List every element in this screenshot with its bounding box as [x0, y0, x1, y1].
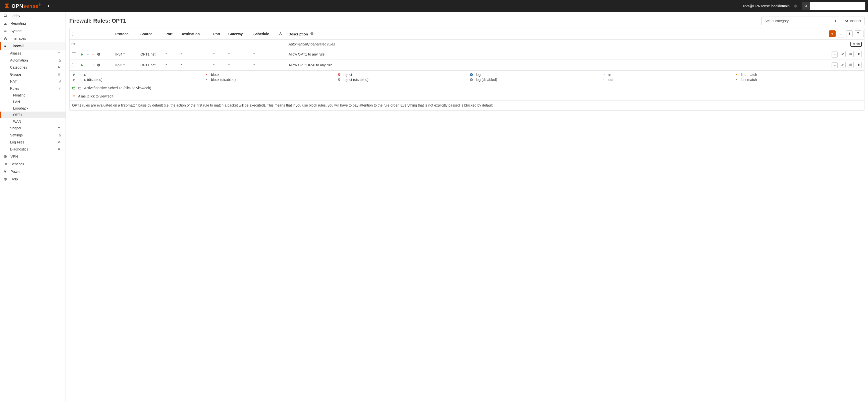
- sidebar-leaf-loopback[interactable]: Loopback: [0, 105, 66, 112]
- sidebar-sub-categories[interactable]: Categories: [0, 64, 66, 71]
- pencil-icon: [841, 53, 844, 56]
- svg-rect-17: [59, 148, 60, 149]
- svg-point-12: [58, 67, 59, 67]
- status-dot-icon: [794, 4, 797, 7]
- rule-move-button[interactable]: ←: [832, 52, 838, 58]
- rule-schedule: *: [252, 49, 277, 60]
- rule-edit-button[interactable]: [840, 51, 846, 57]
- sidebar-item-services[interactable]: ✿ Services: [0, 160, 66, 168]
- sidebar-item-label: Help: [10, 177, 18, 181]
- auto-rules-row[interactable]: Automatically generated rules 19: [69, 40, 864, 49]
- table-toolbar: ←: [827, 28, 864, 40]
- category-select-placeholder: Select category: [765, 19, 789, 23]
- sidebar-sub-logfiles[interactable]: Log Files: [0, 139, 66, 146]
- rule-destination: *: [179, 49, 212, 60]
- rule-description: Allow OPT1 to any rule: [287, 49, 827, 60]
- page-title: Firewall: Rules: OPT1: [69, 18, 759, 24]
- sidebar-item-label: Aliases: [10, 51, 21, 55]
- rule-delete-button[interactable]: [856, 51, 862, 57]
- sidebar-sub-aliases[interactable]: Aliases: [0, 50, 66, 57]
- sitemap-icon: [58, 73, 62, 76]
- rule-move-button[interactable]: ←: [832, 62, 838, 68]
- sidebar-item-reporting[interactable]: Reporting: [0, 20, 66, 27]
- inspect-button[interactable]: Inspect: [842, 17, 865, 25]
- sidebar-item-help[interactable]: Help: [0, 175, 66, 183]
- x-icon: ✖: [205, 72, 209, 76]
- play-icon: ▶: [72, 78, 76, 82]
- sidebar-leaf-opt1[interactable]: OPT1: [0, 112, 66, 118]
- auto-rules-count[interactable]: 19: [850, 42, 862, 47]
- sidebar-item-firewall[interactable]: Firewall: [0, 42, 66, 50]
- sidebar-item-vpn[interactable]: VPN: [0, 153, 66, 160]
- sidebar-sub-shaper[interactable]: Shaper: [0, 125, 66, 132]
- search-button[interactable]: [802, 2, 810, 10]
- info-icon[interactable]: i: [97, 63, 101, 67]
- enable-rules-button[interactable]: [855, 30, 861, 37]
- rule-description: Allow OPT1 IPv6 to any rule: [287, 60, 827, 71]
- search-input[interactable]: [810, 2, 866, 10]
- sidebar-sub-settings[interactable]: Settings ✿: [0, 132, 66, 139]
- sidebar-toggle-button[interactable]: [47, 4, 54, 8]
- auto-rules-label: Automatically generated rules: [287, 40, 827, 49]
- user-label[interactable]: root@OPNsense.localdomain: [743, 4, 789, 8]
- brand-logo[interactable]: OPNsense®: [3, 3, 41, 9]
- bolt-icon: [734, 78, 738, 82]
- bolt-icon: [734, 72, 738, 76]
- rule-dport: *: [212, 60, 227, 71]
- info-icon[interactable]: i: [97, 52, 101, 56]
- rule-source: OPT1 net: [139, 49, 164, 60]
- rule-clone-button[interactable]: [848, 51, 854, 57]
- svg-rect-4: [4, 30, 6, 30]
- sidebar-item-label: Diagnostics: [10, 147, 28, 151]
- rule-edit-button[interactable]: [840, 62, 846, 68]
- sidebar-item-interfaces[interactable]: Interfaces: [0, 35, 66, 42]
- sidebar-sub-groups[interactable]: Groups: [0, 71, 66, 78]
- sidebar-item-power[interactable]: Power: [0, 168, 66, 175]
- legend-label: block (disabled): [211, 78, 236, 82]
- sitemap-icon: [3, 37, 8, 40]
- legend-label: in: [608, 72, 611, 76]
- svg-rect-34: [850, 64, 851, 66]
- sidebar-item-lobby[interactable]: Lobby: [0, 12, 66, 20]
- svg-point-20: [5, 179, 6, 180]
- legend-label: first match: [741, 72, 757, 76]
- add-rule-button[interactable]: [829, 30, 836, 37]
- sidebar-item-system[interactable]: System: [0, 27, 66, 35]
- sidebar-item-label: Automation: [10, 58, 28, 62]
- schedule-note-text: Active/Inactive Schedule (click to view/…: [84, 86, 151, 90]
- sidebar-leaf-wan[interactable]: WAN: [0, 118, 66, 125]
- rule-select-checkbox[interactable]: [72, 52, 76, 56]
- sidebar-leaf-floating[interactable]: Floating: [0, 92, 66, 98]
- sidebar-item-label: Services: [10, 162, 24, 166]
- col-gateway: Gateway: [227, 28, 252, 40]
- sidebar-leaf-lan[interactable]: LAN: [0, 98, 66, 105]
- chart-icon: [3, 22, 8, 25]
- rule-select-checkbox[interactable]: [72, 63, 76, 67]
- sidebar-sub-nat[interactable]: NAT ⇄: [0, 78, 66, 85]
- schedule-note: Active/Inactive Schedule (click to view/…: [69, 84, 864, 92]
- move-rule-button[interactable]: ←: [838, 31, 844, 37]
- svg-rect-22: [279, 34, 280, 35]
- select-all-checkbox[interactable]: [72, 32, 76, 36]
- play-icon: ▶: [80, 52, 84, 56]
- rules-table: Protocol Source Port Destination Port Ga…: [69, 28, 864, 71]
- gear-icon: ✿: [3, 162, 8, 166]
- laptop-icon: [3, 14, 8, 18]
- sidebar-item-label: Interfaces: [10, 36, 26, 40]
- disable-rules-button[interactable]: [863, 30, 865, 37]
- play-icon: ▶: [72, 72, 76, 76]
- rule-delete-button[interactable]: [856, 62, 862, 68]
- sidebar-item-label: System: [10, 29, 22, 33]
- svg-rect-5: [4, 31, 6, 31]
- help-icon[interactable]: ?: [310, 32, 314, 36]
- rule-clone-button[interactable]: [848, 62, 854, 68]
- sidebar-sub-rules[interactable]: Rules ✔: [0, 85, 66, 92]
- delete-rules-button[interactable]: [846, 30, 853, 37]
- arrow-right-icon: →: [602, 72, 606, 76]
- sidebar-item-label: Groups: [10, 72, 22, 76]
- category-select[interactable]: Select category ▾: [761, 17, 839, 25]
- sidebar-sub-diagnostics[interactable]: Diagnostics: [0, 146, 66, 153]
- sidebar-sub-automation[interactable]: Automation ✿: [0, 57, 66, 64]
- rule-row: ▶ → i IPv4 * OPT1 net * * * * *: [69, 49, 864, 60]
- life-ring-icon: [3, 177, 8, 181]
